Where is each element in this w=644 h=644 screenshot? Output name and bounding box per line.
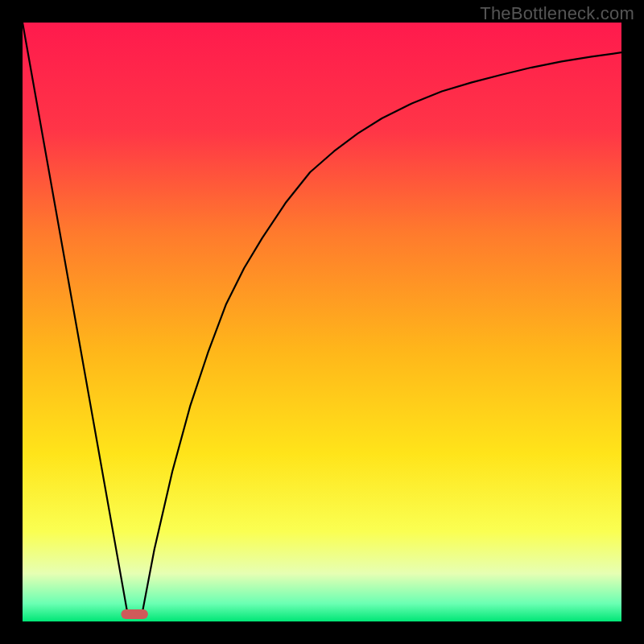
plot-area [23,23,621,621]
bottleneck-marker [121,609,147,619]
marker-layer [121,609,147,619]
chart-frame: TheBottleneck.com [0,0,644,644]
watermark-text: TheBottleneck.com [480,3,634,24]
chart-svg [23,23,621,621]
